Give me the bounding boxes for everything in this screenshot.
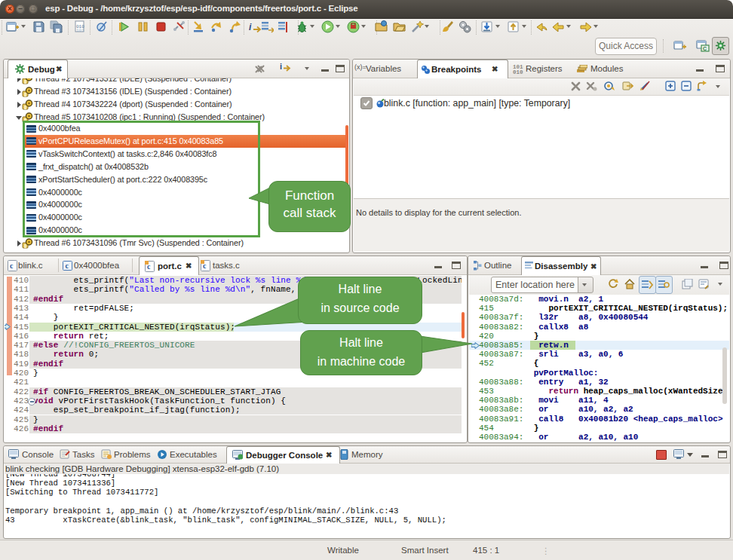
svg-text:C: C (703, 46, 707, 51)
svg-text:0101: 0101 (513, 69, 523, 74)
svg-text:c: c (10, 262, 14, 270)
svg-text:c: c (66, 262, 69, 270)
svg-text:101: 101 (76, 28, 84, 33)
